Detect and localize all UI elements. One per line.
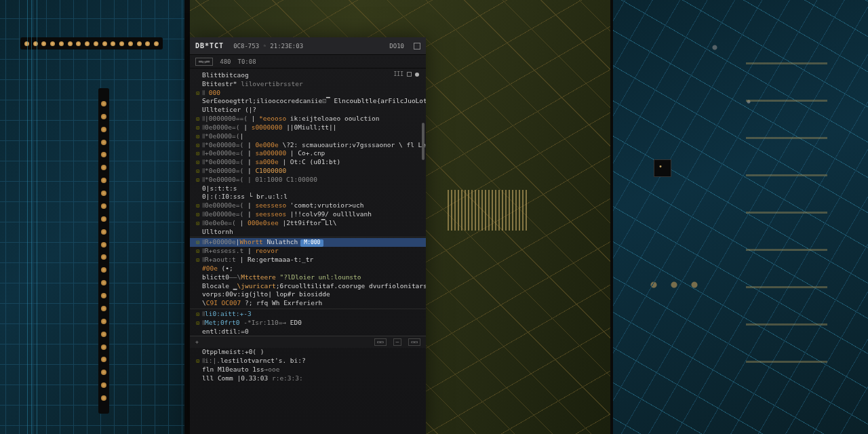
code-line[interactable]: ⊡⦀|0000000==( | *eeooso ik:eijteloaeo oo… (190, 115, 426, 123)
code-line[interactable]: ⊡⦀li0:aitt:+-3 (190, 310, 426, 319)
code-line[interactable]: fln M10eauto 1ss→ooe (190, 366, 426, 374)
code-line[interactable]: entl:dtil:=0 (190, 328, 426, 336)
code-editor-panel: DB*TCT 0C8-753 ◦ 21:23E:03 DO10 ═▭═ 480 … (190, 37, 426, 434)
code-line[interactable]: ⊡⦀i:|.lestilotvarnct's. bi:? (190, 357, 426, 366)
pin-header-top (20, 37, 163, 50)
editor-meta: 0C8-753 ◦ 21:23E:03 (233, 43, 303, 50)
code-content: #00e (•; (202, 264, 233, 273)
editor-titlebar: DB*TCT 0C8-753 ◦ 21:23E:03 DO10 (190, 37, 426, 55)
dot-icon (415, 73, 419, 77)
code-content: Ullteticer (|? (202, 106, 256, 115)
status-block[interactable]: ▭▭ (408, 338, 420, 346)
code-content: Ulltornh (202, 228, 233, 237)
code-content: lll Comm |0.33:03 r:e:3:3: (202, 374, 303, 383)
code-line[interactable]: ⊡⦀ 000 (190, 89, 426, 98)
code-content: ⦀li0:aitt:+-3 (202, 310, 252, 319)
code-content: ⦀0e00000e=( | seesseso 'comot;vrutoior>u… (202, 201, 364, 210)
code-content: ⦀*0e00000=( | 0e000e \?2: scmauoautior;v… (202, 141, 426, 150)
editor-title: DB*TCT (195, 42, 224, 50)
editor-tabbar: ═▭═ 480 T0:08 (190, 55, 426, 68)
tab-a[interactable]: 480 (220, 58, 231, 65)
code-line[interactable]: lll Comm |0.33:03 r:e:3:3: (190, 374, 426, 383)
code-line[interactable]: Ullteticer (|? (190, 106, 426, 115)
code-content: ⦀*0e00000=( | C1000000 (202, 167, 286, 176)
gutter-mark: ⊡ (194, 142, 199, 150)
code-content: vorps:00v:ig(jlto| lop#r biosidde (202, 290, 330, 299)
circuit-background (0, 0, 868, 434)
code-line[interactable]: Btitestr* lilovertibrsster (190, 80, 426, 89)
code-line[interactable]: ⊡⦀*0e00000=( | sa000e | Ot:C (u01:bt) (190, 158, 426, 167)
gutter-mark: ⊡ (194, 320, 199, 328)
code-line[interactable]: ⊡⦀0e0e0e=( | 000e0see |2tt9iftor▔Ll\ (190, 219, 426, 228)
highlight-badge: M:000 (300, 239, 323, 247)
gutter-mark: ⊡ (194, 177, 199, 184)
code-line[interactable]: ⊡⦀0e0000e=( | s0000000 ||0Miull;tt|| (190, 123, 426, 132)
code-line[interactable]: ⊡⦀R+00000e|Whortt NulathchM:000 (190, 238, 426, 247)
code-line[interactable]: ⊡⦀0e00000e=( | seesseos |!!colv99/ oulll… (190, 210, 426, 219)
tab-indicator[interactable]: ═▭═ (195, 58, 213, 66)
code-content: 0|s:t:t:s (202, 184, 237, 193)
code-content: ⦀0e0000e=( | s0000000 ||0Miull;tt|| (202, 123, 337, 132)
code-line[interactable]: Ulltornh (190, 228, 426, 237)
code-scrollbar[interactable] (422, 102, 425, 427)
code-line[interactable]: SerEeooegttrl;ilioococredcaniie⊡▔ Elncou… (190, 97, 426, 106)
code-content: ⦀R+aout:t | Re:gertmaaa-t:_tr (202, 256, 313, 264)
gutter-mark: ⊡ (194, 134, 199, 141)
code-content: Btitestr* lilovertibrsster (202, 80, 303, 89)
code-content: entl:dtil:=0 (202, 328, 249, 336)
square-icon (407, 72, 412, 77)
ic-chip (654, 159, 671, 177)
status-block[interactable]: ▭▭ (374, 338, 387, 346)
code-content: \C9I OC007 ?; rfq Wh Exrferierh (202, 299, 322, 308)
code-content: 0|:(:I0:sss └ br.u:l:l (202, 193, 288, 201)
code-line[interactable]: #00e (•; (190, 264, 426, 273)
layout-icon[interactable] (414, 43, 420, 50)
code-line[interactable]: blictt0——\Mtctteere "?lDloier unl:lounst… (190, 273, 426, 282)
code-line[interactable]: Blocale ▁\jwuricart;6rcuolltilitaf.cooru… (190, 282, 426, 291)
code-line[interactable]: ⊡⦀*0e0000=(| (190, 132, 426, 141)
code-content: ⦀Met;0frt0 -*Isr:110=→ ED0 (202, 319, 302, 328)
gutter-mark: ⊡ (194, 168, 199, 176)
code-content: Blocale ▁\jwuricart;6rcuolltilitaf.cooru… (202, 282, 426, 291)
code-line[interactable]: \C9I OC007 ?; rfq Wh Exrferierh (190, 299, 426, 308)
code-line[interactable]: ⊡⦀+0e0000e=( | sa000000 | Co+.cnp (190, 149, 426, 158)
code-line[interactable]: Otpplmeist:+0( ) (190, 348, 426, 357)
code-line[interactable]: ⊡⦀R+aout:t | Re:gertmaaa-t:_tr (190, 256, 426, 264)
code-content: Otpplmeist:+0( ) (202, 348, 264, 357)
gutter-mark: ⊡ (194, 239, 199, 247)
code-line[interactable]: ⊡⦀*0e00000=( | C1000000 (190, 167, 426, 176)
code-line[interactable]: ⊡⦀R+essess.t | reovor (190, 247, 426, 256)
gutter-mark: ⊡ (194, 248, 199, 256)
code-line[interactable]: ⊡⦀0e00000e=( | seesseso 'comot;vrutoior>… (190, 201, 426, 210)
code-line[interactable]: 0|s:t:t:s (190, 184, 426, 193)
gutter-mark: ⊡ (194, 311, 199, 319)
code-content: Blittbitcaog (202, 71, 249, 80)
code-line[interactable]: 0|:(:I0:sss └ br.u:l:l (190, 193, 426, 201)
code-area[interactable]: III BlittbitcaogBtitestr* lilovertibrsst… (190, 68, 426, 434)
code-line[interactable]: ⊡⦀*0e00000=( | 01:1000 C1:00000 (190, 176, 426, 184)
code-content: blictt0——\Mtctteere "?lDloier unl:lounst… (202, 273, 361, 282)
code-content: SerEeooegttrl;ilioococredcaniie⊡▔ Elncou… (202, 97, 426, 106)
tab-b[interactable]: T0:08 (238, 58, 256, 65)
code-content: ⦀*0e0000=(| (202, 132, 243, 141)
gutter-mark: ⊡ (194, 116, 199, 123)
gutter-mark: ⊡ (194, 220, 199, 228)
gutter-mark: ⊡ (194, 257, 199, 264)
code-content: ⦀|0000000==( | *eeooso ik:eijteloaeo oou… (202, 115, 379, 123)
code-divider (190, 309, 426, 309)
gutter-mark: ⊡ (194, 90, 199, 98)
top-indicator-label: III (394, 71, 403, 77)
code-content: ⦀R+essess.t | reovor (202, 247, 279, 256)
code-line[interactable]: Blittbitcaog (190, 71, 426, 80)
circuit-panel-right (610, 0, 868, 434)
code-line[interactable]: vorps:00v:ig(jlto| lop#r biosidde (190, 290, 426, 299)
status-block[interactable]: — (393, 338, 402, 346)
gutter-mark: ⊡ (194, 159, 199, 167)
gutter-mark: ⊡ (194, 203, 199, 210)
code-line[interactable]: ⊡⦀*0e00000=( | 0e000e \?2: scmauoautior;… (190, 141, 426, 150)
code-line[interactable]: ⊡⦀Met;0frt0 -*Isr:110=→ ED0 (190, 319, 426, 328)
code-content: ⦀R+00000e|Whortt NulathchM:000 (202, 238, 323, 247)
code-content: fln M10eauto 1ss→ooe (202, 366, 279, 374)
code-content: ⦀0e00000e=( | seesseos |!!colv99/ oullll… (202, 210, 372, 219)
scroll-thumb[interactable] (422, 123, 425, 160)
